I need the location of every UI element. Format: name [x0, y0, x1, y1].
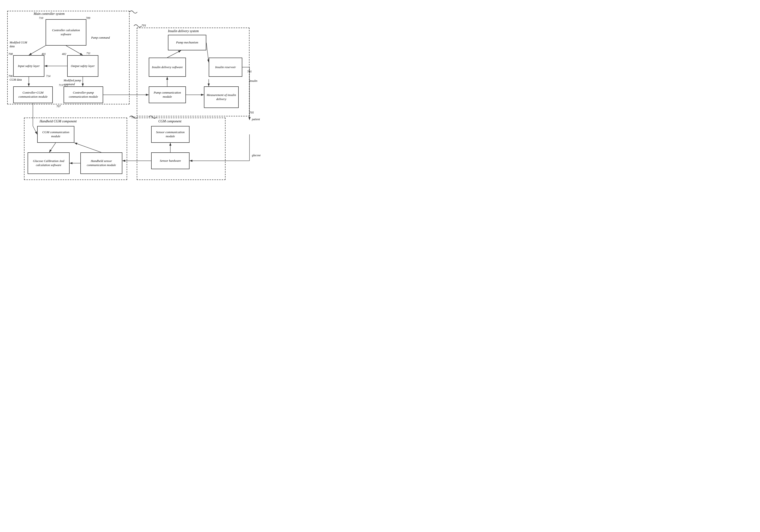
input-safety-box: Input safety layer — [13, 55, 44, 77]
glucose-label: glucose — [252, 154, 261, 158]
ref-710: 710 — [39, 16, 43, 20]
handheld-sensor-comm-box: Handheld sensor communication module — [80, 152, 122, 174]
ref-709: 709 — [86, 16, 90, 20]
ref-712: 712 — [64, 84, 68, 88]
ref-704: 704 — [131, 116, 135, 119]
cgm-component-label: CGM component — [158, 120, 181, 123]
ref-706: 706 — [8, 74, 13, 78]
controller-cgm-comm-box: Controller-CGM communication module — [13, 86, 53, 103]
modified-cgm-data-label: Modified CGM data — [10, 41, 32, 48]
handheld-cgm-label: Handheld CGM component — [40, 120, 77, 123]
sensor-comm-module-box: Sensor communication module — [151, 126, 190, 143]
modified-pump-command-label: Modified pump command — [64, 79, 92, 86]
pump-comm-module-box: Pump communication module — [149, 86, 186, 103]
output-safety-box: Output safety layer — [67, 55, 98, 77]
ref-401: 401 — [41, 52, 46, 56]
ref-708: 708 — [8, 52, 13, 56]
ref-705: 705 — [250, 111, 254, 115]
diagram: Main controller system Insulin delivery … — [0, 0, 264, 187]
ref-707: 707 — [56, 105, 61, 108]
main-controller-label: Main controller system — [33, 12, 65, 16]
ref-402: 402 — [62, 52, 66, 56]
insulin-delivery-label: Insulin delivery system — [168, 29, 199, 33]
cgm-comm-module-box: CGM communication module — [37, 126, 74, 143]
ref-714: 714 — [46, 74, 50, 78]
patient-label: patient — [252, 118, 260, 121]
controller-pump-comm-box: Controller-pump communication module — [64, 86, 103, 103]
insulin-delivery-sw-box: Insulin delivery software — [149, 58, 186, 77]
glucose-calib-box: Glucose Calibration And calculation soft… — [27, 152, 70, 174]
sensor-hardware-box: Sensor hardware — [151, 152, 190, 169]
pump-command-label: Pump command — [91, 36, 115, 40]
controller-calc-box: Controller calculation software — [46, 19, 86, 46]
insulin-reservoir-box: Insulin reservoir — [209, 58, 242, 77]
cgm-data-label: CGM data — [10, 78, 31, 82]
pump-mechanism-box: Pump mechanism — [168, 35, 206, 50]
ref-711: 711 — [86, 52, 90, 55]
measurement-insulin-box: Measurement of insulin delivery — [204, 86, 239, 108]
ref-701-side: 701 — [247, 70, 252, 73]
ref-701-top: 701 — [142, 24, 146, 27]
insulin-label: insulin — [250, 79, 258, 83]
ref-713: 713 — [59, 83, 63, 87]
